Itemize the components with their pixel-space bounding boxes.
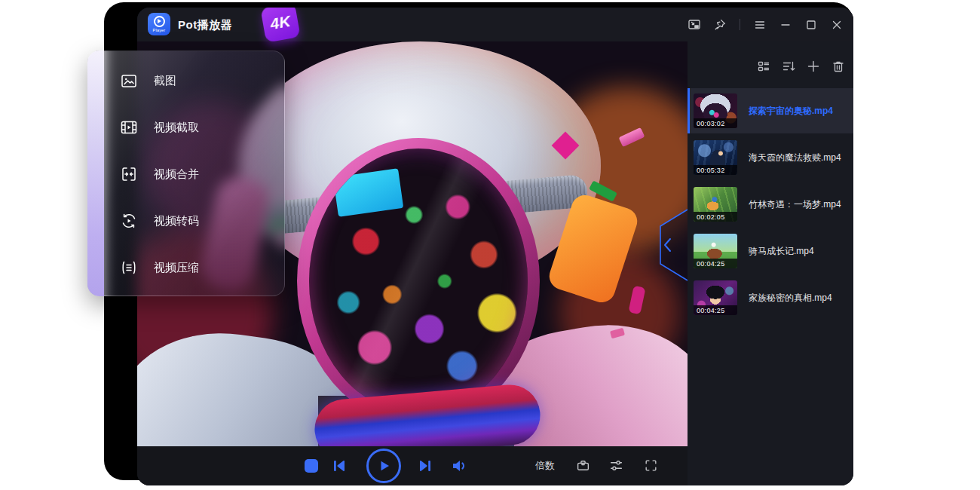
page: Player Pot播放器	[0, 0, 980, 490]
trash-icon	[831, 60, 845, 73]
collapse-handle-shape	[647, 205, 688, 285]
stop-button[interactable]	[305, 459, 318, 473]
list-view-icon	[757, 60, 770, 73]
playlist-collapse-handle[interactable]	[647, 205, 688, 285]
pin-button[interactable]	[712, 17, 727, 32]
tools-menu: 截图 视频截取 视频合并 视频转码 视频压缩	[87, 51, 285, 296]
video-title: 家族秘密的真相.mp4	[749, 292, 837, 305]
menu-item-label: 视频合并	[154, 167, 199, 182]
video-thumbnail: 00:02:05	[694, 187, 737, 222]
tune-sliders-icon	[609, 458, 623, 473]
menu-item-label: 截图	[154, 74, 176, 88]
close-icon	[831, 19, 843, 31]
app-logo-play-icon	[154, 16, 165, 27]
titlebar-buttons	[687, 8, 844, 41]
fullscreen-icon	[644, 458, 658, 473]
video-title: 海天霞的魔法救赎.mp4	[749, 152, 846, 164]
playlist-item[interactable]: 00:02:05 竹林奇遇：一场梦.mp4	[688, 182, 853, 227]
video-merge-icon	[120, 165, 138, 183]
duration-badge: 00:04:25	[694, 305, 737, 315]
plus-icon	[807, 60, 820, 73]
menu-item-screenshot[interactable]: 截图	[120, 57, 278, 104]
video-title: 竹林奇遇：一场梦.mp4	[749, 198, 846, 211]
previous-icon	[332, 458, 347, 473]
toolbox-icon	[576, 458, 590, 473]
playlist-item[interactable]: 00:04:25 家族秘密的真相.mp4	[688, 275, 853, 320]
playlist-toggle-button[interactable]	[752, 17, 767, 32]
video-thumbnail: 00:04:25	[694, 280, 737, 315]
video-title: 探索宇宙的奥秘.mp4	[749, 105, 838, 118]
list-view-button[interactable]	[757, 60, 770, 73]
sort-button[interactable]	[782, 60, 795, 73]
duration-badge: 00:05:32	[694, 165, 737, 175]
video-title: 骑马成长记.mp4	[749, 245, 819, 258]
fullscreen-button[interactable]	[644, 458, 658, 473]
playlist-item[interactable]: 00:05:32 海天霞的魔法救赎.mp4	[688, 135, 853, 180]
video-thumbnail: 00:04:25	[694, 234, 737, 268]
video-thumbnail: 00:03:02	[694, 93, 737, 128]
next-button[interactable]	[418, 458, 433, 473]
4k-badge: 4K	[260, 8, 300, 43]
close-button[interactable]	[829, 17, 844, 32]
playlist-panel: 00:03:02 探索宇宙的奥秘.mp4 00:05:32 海天霞的魔法救赎.m…	[688, 41, 853, 485]
menu-item-label: 视频转码	[154, 214, 199, 228]
adjust-button[interactable]	[609, 458, 623, 473]
volume-icon	[451, 458, 467, 474]
menu-item-video-merge[interactable]: 视频合并	[120, 151, 278, 198]
playlist-item[interactable]: 00:03:02 探索宇宙的奥秘.mp4	[688, 88, 853, 133]
playback-bar: 倍数	[137, 446, 688, 485]
next-icon	[418, 458, 433, 473]
tools-menu-items: 截图 视频截取 视频合并 视频转码 视频压缩	[120, 57, 278, 291]
previous-button[interactable]	[332, 458, 347, 473]
app-logo-caption: Player	[153, 28, 166, 32]
minimize-button[interactable]	[778, 17, 793, 32]
titlebar[interactable]: Player Pot播放器	[137, 8, 853, 41]
selected-indicator	[688, 88, 690, 133]
menu-item-label: 视频压缩	[154, 261, 199, 275]
playlist-toolbar	[757, 60, 845, 73]
window-title: Pot播放器	[178, 8, 232, 41]
video-thumbnail: 00:05:32	[694, 140, 737, 175]
duration-badge: 00:02:05	[694, 212, 737, 222]
menu-item-label: 视频截取	[154, 121, 199, 135]
playback-speed-button[interactable]: 倍数	[535, 446, 555, 485]
video-compress-icon	[120, 259, 138, 277]
menu-item-video-compress[interactable]: 视频压缩	[120, 244, 278, 291]
maximize-button[interactable]	[804, 17, 819, 32]
video-clip-icon	[120, 118, 138, 136]
playlist-item[interactable]: 00:04:25 骑马成长记.mp4	[688, 228, 853, 274]
toolbox-button[interactable]	[576, 458, 590, 473]
screenshot-icon	[120, 72, 138, 90]
app-logo: Player	[148, 13, 170, 35]
playlist-items: 00:03:02 探索宇宙的奥秘.mp4 00:05:32 海天霞的魔法救赎.m…	[688, 88, 853, 322]
mini-player-icon	[688, 18, 701, 32]
play-icon	[376, 458, 391, 473]
add-video-button[interactable]	[807, 60, 820, 73]
play-button[interactable]	[366, 449, 401, 483]
titlebar-divider	[740, 19, 740, 30]
visor	[309, 149, 528, 414]
volume-button[interactable]	[451, 458, 467, 474]
video-transcode-icon	[120, 212, 138, 230]
maximize-icon	[805, 19, 817, 31]
mini-player-button[interactable]	[687, 17, 702, 32]
menu-accent-strip	[87, 51, 104, 296]
menu-item-video-clip[interactable]: 视频截取	[120, 104, 278, 151]
duration-badge: 00:04:25	[694, 259, 737, 268]
menu-list-icon	[753, 18, 767, 32]
sort-icon	[782, 60, 795, 73]
delete-video-button[interactable]	[831, 60, 845, 73]
duration-badge: 00:03:02	[694, 118, 737, 128]
pin-icon	[713, 18, 727, 32]
minimize-icon	[779, 19, 792, 31]
menu-item-video-transcode[interactable]: 视频转码	[120, 198, 278, 244]
